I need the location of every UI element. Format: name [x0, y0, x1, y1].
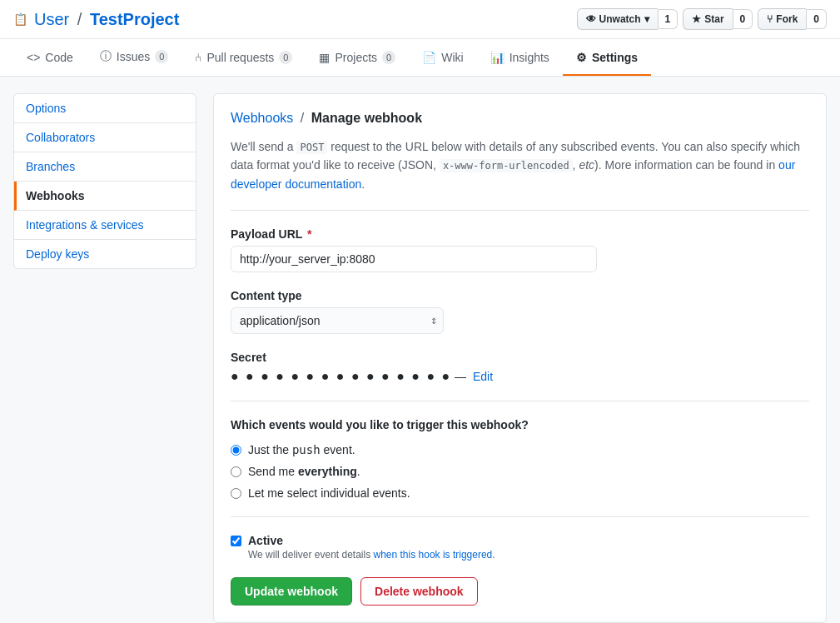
sidebar-item-branches[interactable]: Branches: [14, 152, 196, 182]
issues-icon: ⓘ: [100, 49, 112, 64]
update-webhook-button[interactable]: Update webhook: [231, 577, 352, 606]
button-row: Update webhook Delete webhook: [231, 577, 809, 606]
fork-group: ⑂ Fork 0: [758, 8, 827, 30]
tab-pr-label: Pull requests: [206, 51, 274, 64]
tab-projects-label: Projects: [335, 51, 377, 64]
user-link[interactable]: User: [34, 10, 69, 28]
active-description: We will deliver event details when this …: [248, 549, 495, 561]
star-count: 0: [733, 9, 753, 29]
repo-link[interactable]: TestProject: [90, 10, 179, 28]
secret-edit-link[interactable]: Edit: [473, 370, 493, 383]
radio-everything[interactable]: Send me everything.: [231, 465, 809, 478]
content-panel: Webhooks / Manage webhook We'll send a P…: [213, 93, 827, 623]
breadcrumb-link[interactable]: Webhooks: [231, 111, 293, 125]
sidebar-item-collaborators[interactable]: Collaborators: [14, 123, 196, 152]
unwatch-group: 👁 Unwatch ▾ 1: [577, 8, 678, 30]
tab-issues-label: Issues: [117, 50, 150, 63]
code-icon: <>: [27, 51, 40, 64]
radio-individual[interactable]: Let me select individual events.: [231, 486, 809, 500]
breadcrumb-current: Manage webhook: [311, 111, 422, 125]
active-info: Active We will deliver event details whe…: [248, 534, 495, 561]
active-section: Active We will deliver event details whe…: [231, 534, 809, 561]
sidebar-nav: Options Collaborators Branches Webhooks …: [13, 93, 196, 269]
secret-value: ● ● ● ● ● ● ● ● ● ● ● ● ● ● ● — Edit: [231, 369, 809, 384]
sidebar-item-options[interactable]: Options: [14, 94, 196, 123]
description: We'll send a POST request to the URL bel…: [231, 137, 809, 211]
breadcrumb-separator: /: [301, 111, 304, 125]
unwatch-button[interactable]: 👁 Unwatch ▾: [577, 8, 658, 30]
events-section: Which events would you like to trigger t…: [231, 418, 809, 517]
tab-pull-requests[interactable]: ⑃ Pull requests 0: [181, 41, 306, 76]
tab-wiki[interactable]: 📄 Wiki: [409, 41, 476, 76]
tab-settings-label: Settings: [592, 51, 638, 64]
tab-insights-label: Insights: [509, 51, 549, 64]
radio-individual-text: Let me select individual events.: [248, 486, 410, 500]
tab-wiki-label: Wiki: [441, 51, 463, 64]
sidebar: Options Collaborators Branches Webhooks …: [13, 93, 196, 623]
breadcrumb: Webhooks / Manage webhook: [231, 111, 809, 126]
secret-dots: ● ● ● ● ● ● ● ● ● ● ● ● ● ● ●: [231, 369, 451, 383]
active-desc-link[interactable]: when this hook is triggered: [374, 549, 493, 561]
pr-icon: ⑃: [195, 51, 201, 64]
unwatch-count: 1: [658, 9, 678, 29]
tab-settings[interactable]: ⚙ Settings: [563, 41, 651, 76]
events-title: Which events would you like to trigger t…: [231, 418, 809, 431]
insights-icon: 📊: [490, 51, 504, 64]
issues-count: 0: [155, 50, 168, 63]
content-type-group: Content type application/json applicatio…: [231, 289, 809, 334]
eye-icon: 👁: [586, 13, 596, 25]
content-type-select[interactable]: application/json application/x-www-form-…: [231, 307, 444, 334]
radio-individual-input[interactable]: [231, 488, 241, 499]
secret-section: Secret ● ● ● ● ● ● ● ● ● ● ● ● ● ● ● — E…: [231, 351, 809, 401]
delete-webhook-button[interactable]: Delete webhook: [360, 577, 478, 606]
payload-url-group: Payload URL *: [231, 227, 809, 272]
active-checkbox[interactable]: [231, 536, 241, 546]
secret-dash: —: [455, 370, 470, 383]
tab-code-label: Code: [45, 51, 72, 64]
radio-everything-input[interactable]: [231, 466, 241, 477]
star-label: Star: [704, 13, 723, 25]
projects-icon: ▦: [319, 51, 330, 64]
star-button[interactable]: ★ Star: [683, 8, 732, 30]
active-label: Active We will deliver event details whe…: [231, 534, 809, 561]
wiki-icon: 📄: [422, 51, 436, 64]
fork-count: 0: [806, 9, 827, 29]
tab-issues[interactable]: ⓘ Issues 0: [87, 39, 182, 76]
chevron-icon: ▾: [644, 13, 649, 25]
repo-icon: 📋: [13, 12, 27, 26]
radio-just-push-input[interactable]: [231, 445, 241, 456]
content-type-select-wrapper: application/json application/x-www-form-…: [231, 307, 444, 334]
radio-just-push-text: Just the push event.: [248, 443, 355, 456]
fork-icon: ⑂: [767, 13, 773, 25]
tab-projects[interactable]: ▦ Projects 0: [306, 41, 409, 76]
separator: /: [77, 10, 82, 28]
sidebar-item-integrations[interactable]: Integrations & services: [14, 211, 196, 240]
settings-icon: ⚙: [576, 51, 587, 64]
content-type-label: Content type: [231, 289, 809, 302]
projects-count: 0: [382, 51, 395, 64]
repo-title: User / TestProject: [34, 10, 179, 29]
fork-button[interactable]: ⑂ Fork: [758, 8, 806, 30]
fork-label: Fork: [776, 13, 798, 25]
tab-insights[interactable]: 📊 Insights: [477, 41, 563, 76]
radio-just-push[interactable]: Just the push event.: [231, 443, 809, 456]
pr-count: 0: [279, 51, 292, 64]
active-title: Active: [248, 534, 495, 547]
secret-label: Secret: [231, 351, 809, 364]
payload-url-input[interactable]: [231, 246, 597, 272]
required-indicator: *: [307, 227, 311, 241]
star-icon: ★: [692, 13, 701, 25]
tab-code[interactable]: <> Code: [13, 41, 87, 76]
unwatch-label: Unwatch: [599, 13, 641, 25]
sidebar-item-deploy-keys[interactable]: Deploy keys: [14, 240, 196, 268]
radio-everything-text: Send me everything.: [248, 465, 360, 478]
sidebar-item-webhooks[interactable]: Webhooks: [14, 182, 196, 211]
main-container: Options Collaborators Branches Webhooks …: [0, 77, 840, 623]
radio-group: Just the push event. Send me everything.…: [231, 443, 809, 500]
repo-header: 📋 User / TestProject 👁 Unwatch ▾ 1 ★ Sta…: [0, 0, 840, 39]
payload-url-label: Payload URL *: [231, 227, 809, 241]
star-group: ★ Star 0: [683, 8, 753, 30]
nav-tabs: <> Code ⓘ Issues 0 ⑃ Pull requests 0 ▦ P…: [0, 39, 840, 77]
header-actions: 👁 Unwatch ▾ 1 ★ Star 0 ⑂ Fork 0: [577, 8, 827, 30]
